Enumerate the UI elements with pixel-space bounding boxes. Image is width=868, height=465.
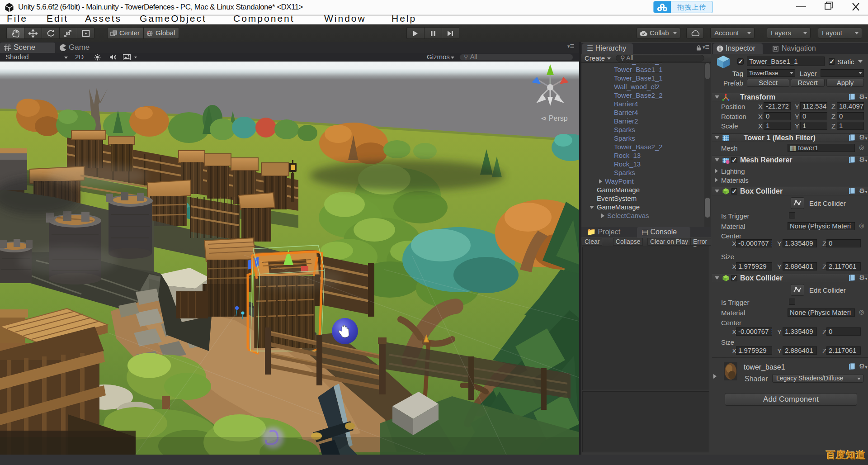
- svg-text:⋖ Persp: ⋖ Persp: [541, 114, 568, 122]
